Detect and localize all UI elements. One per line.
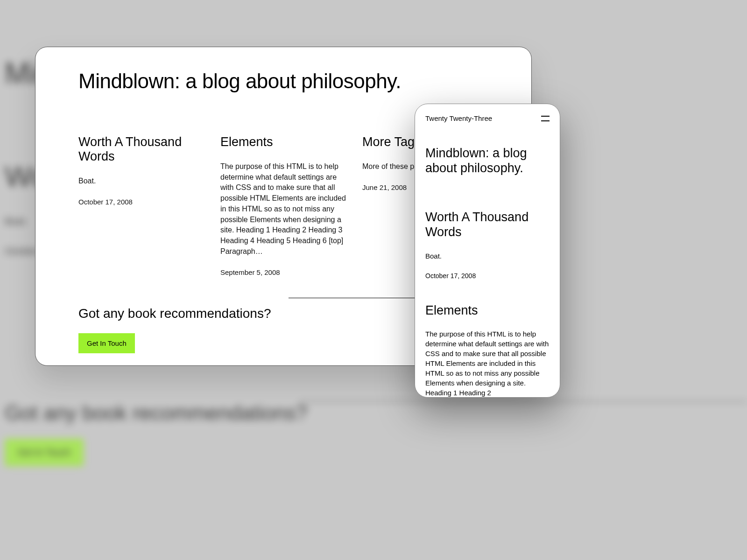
post-date: September 5, 2008 [220,268,346,276]
mobile-site-title-link[interactable]: Twenty Twenty-Three [425,114,492,122]
menu-icon[interactable] [541,116,550,121]
mobile-post-excerpt: Boat. [425,251,550,261]
mobile-post-excerpt: The purpose of this HTML is to help dete… [425,329,550,398]
post-card: Elements The purpose of this HTML is to … [220,135,346,276]
mobile-post-title-link[interactable]: Worth A Thousand Words [425,210,550,240]
mobile-header: Twenty Twenty-Three [425,114,550,122]
bg-cta-button: Get In Touch [5,439,84,466]
get-in-touch-button[interactable]: Get In Touch [78,333,135,353]
mobile-post-title-link[interactable]: Elements [425,303,550,318]
post-excerpt: Boat. [78,176,204,187]
mobile-post-card: Elements The purpose of this HTML is to … [425,303,550,398]
post-title-link[interactable]: Elements [220,135,346,149]
mobile-post-card: Worth A Thousand Words Boat. October 17,… [425,210,550,280]
post-card: Worth A Thousand Words Boat. October 17,… [78,135,204,276]
post-excerpt: The purpose of this HTML is to help dete… [220,161,346,257]
blog-title: Mindblown: a blog about philosophy. [78,70,488,93]
mobile-blog-title: Mindblown: a blog about philosophy. [425,146,550,176]
bg-divider [299,401,747,402]
mobile-post-date: October 17, 2008 [425,272,550,280]
post-title-link[interactable]: Worth A Thousand Words [78,135,204,164]
mobile-preview-card: Twenty Twenty-Three Mindblown: a blog ab… [415,104,560,398]
post-date: October 17, 2008 [78,198,204,206]
bg-cta-title: Got any book recommendations? [5,401,307,425]
